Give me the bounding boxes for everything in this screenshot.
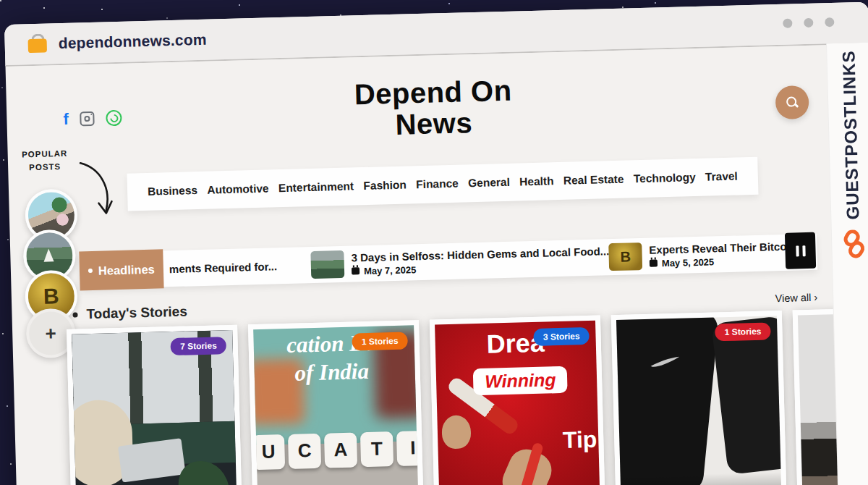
window-control-dot[interactable] (804, 18, 813, 28)
curved-arrow-icon (76, 159, 119, 219)
calendar-icon (650, 259, 658, 266)
lock-icon (26, 35, 48, 53)
browser-window: dependonnews.com Depend On News POPULAR … (4, 2, 868, 485)
nav-item-business[interactable]: Business (148, 184, 197, 198)
stories-count-badge: 3 Stories (534, 327, 590, 346)
pause-icon (796, 245, 799, 256)
desktop-background: dependonnews.com Depend On News POPULAR … (0, 0, 868, 485)
headline-date: May 5, 2025 (650, 254, 806, 269)
stories-count-badge: 7 Stories (171, 337, 226, 355)
site-logo[interactable]: Depend On News (244, 72, 622, 145)
nav-item-health[interactable]: Health (519, 174, 554, 188)
headline-item[interactable]: B Experts Reveal Their Bitcoin... May 5,… (608, 234, 806, 275)
window-control-dot[interactable] (783, 18, 792, 28)
nav-item-technology[interactable]: Technology (634, 171, 696, 185)
headline-thumbnail-bitcoin: B (608, 242, 642, 271)
search-button[interactable] (775, 85, 809, 119)
nav-item-automotive[interactable]: Automotive (207, 182, 269, 197)
todays-stories-heading: Today's Stories (72, 304, 187, 323)
browser-chrome: dependonnews.com (4, 2, 868, 67)
window-controls (783, 17, 834, 28)
story-card-dream-winning-tips[interactable]: Drea Winning Tip 3 Stories <strong>Expla… (430, 316, 606, 485)
story-image: Drea Winning Tip (435, 321, 600, 485)
nav-item-finance[interactable]: Finance (416, 177, 459, 192)
instagram-icon[interactable] (80, 111, 95, 127)
story-image (616, 316, 782, 485)
address-bar-url[interactable]: dependonnews.com (58, 31, 207, 52)
headline-item[interactable]: 3 Days in Selfoss: Hidden Gems and Local… (310, 239, 610, 283)
headline-item[interactable]: ments Required for... (169, 248, 277, 287)
view-all-link[interactable]: View all › (736, 292, 817, 305)
search-icon (785, 95, 800, 110)
chain-link-icon (841, 229, 867, 259)
letter-dice: U C A T I (253, 431, 419, 470)
story-card-laptop-woman[interactable]: 7 Stories (67, 325, 243, 485)
nike-swoosh-icon (649, 356, 681, 368)
nav-item-real-estate[interactable]: Real Estate (563, 173, 624, 187)
headlines-ticker: Headlines ments Required for... 3 Days i… (79, 234, 817, 290)
pause-icon (802, 245, 805, 256)
stories-count-badge: 1 Stories (715, 322, 770, 341)
story-card-education[interactable]: cation Bo of India U C A T I OF TOP EDUC… (248, 320, 425, 485)
facebook-icon[interactable] (63, 112, 69, 127)
window-control-dot[interactable] (825, 17, 834, 27)
nav-item-general[interactable]: General (468, 176, 510, 190)
headlines-label: Headlines (79, 249, 163, 290)
whatsapp-icon[interactable] (106, 110, 122, 127)
social-icons (63, 110, 122, 127)
calendar-icon (352, 267, 359, 274)
guestpostlinks-label: GUESTPOSTLINKS (838, 50, 863, 220)
ticker-pause-button[interactable] (785, 232, 816, 269)
stories-count-badge: 1 Stories (352, 332, 408, 351)
headline-thumbnail-selfoss (310, 250, 344, 279)
popular-posts-label: POPULAR POSTS (13, 147, 76, 174)
nav-item-entertainment[interactable]: Entertainment (278, 180, 354, 195)
stars-decoration (0, 0, 1, 1)
nav-item-travel[interactable]: Travel (705, 170, 738, 184)
main-navigation: Business Automotive Entertainment Fashio… (127, 157, 758, 211)
nav-item-fashion[interactable]: Fashion (363, 179, 407, 193)
story-card-nike[interactable]: 1 Stories Evolution of the Nike (611, 311, 788, 485)
